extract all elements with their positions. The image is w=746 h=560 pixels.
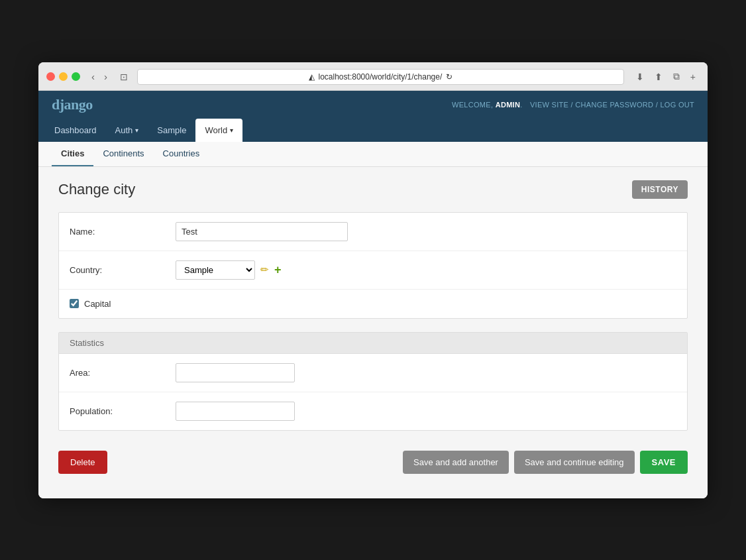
nav-item-world[interactable]: World ▾: [195, 119, 242, 142]
change-password-link[interactable]: CHANGE PASSWORD: [575, 101, 653, 109]
name-row: Name:: [59, 213, 687, 251]
django-logo: django: [52, 96, 93, 113]
country-row: Country: Sample Other ✏ +: [59, 251, 687, 290]
population-control: [176, 402, 676, 421]
city-form: Name: Country: Sample Other ✏ +: [58, 212, 688, 319]
browser-right-controls: ⬇ ⬆ ⧉ +: [632, 70, 700, 84]
sub-nav: Cities Continents Countries: [38, 142, 708, 167]
shield-icon: ◭: [309, 72, 315, 82]
save-button[interactable]: SAVE: [640, 451, 688, 474]
area-control: [176, 363, 676, 382]
population-row: Population:: [59, 392, 687, 430]
share-button[interactable]: ⬆: [651, 70, 666, 84]
close-button[interactable]: [46, 72, 55, 81]
admin-header: django WELCOME, ADMIN. VIEW SITE / CHANG…: [38, 91, 708, 119]
log-out-link[interactable]: LOG OUT: [660, 101, 694, 109]
view-button[interactable]: ⊡: [116, 70, 132, 84]
subnav-cities[interactable]: Cities: [52, 142, 93, 166]
content-area: Change city HISTORY Name: Country: Sampl…: [38, 167, 708, 498]
view-site-link[interactable]: VIEW SITE: [530, 101, 568, 109]
forward-button[interactable]: ›: [101, 70, 111, 84]
page-title: Change city: [58, 181, 135, 198]
maximize-button[interactable]: [72, 72, 80, 81]
form-actions: Delete Save and add another Save and con…: [58, 444, 688, 480]
area-row: Area:: [59, 354, 687, 392]
nav-item-dashboard[interactable]: Dashboard: [45, 119, 106, 142]
country-select-wrapper: Sample Other ✏ +: [176, 260, 676, 280]
url-bar[interactable]: ◭ localhost:8000/world/city/1/change/ ↻: [137, 69, 624, 85]
population-label: Population:: [70, 406, 176, 416]
back-button[interactable]: ‹: [88, 70, 98, 84]
save-add-another-button[interactable]: Save and add another: [403, 451, 509, 474]
main-nav: Dashboard Auth ▾ Sample World ▾: [38, 119, 708, 142]
download-button[interactable]: ⬇: [632, 70, 648, 84]
left-actions: Delete: [58, 451, 107, 474]
header-user-info: WELCOME, ADMIN. VIEW SITE / CHANGE PASSW…: [452, 101, 694, 109]
content-header: Change city HISTORY: [58, 180, 688, 199]
subnav-continents[interactable]: Continents: [93, 142, 153, 166]
world-dropdown-arrow: ▾: [230, 127, 233, 134]
population-input[interactable]: [176, 402, 295, 421]
browser-nav-buttons: ‹ ›: [88, 70, 111, 84]
country-label: Country:: [70, 265, 176, 275]
logo-text: django: [52, 96, 93, 113]
right-actions: Save and add another Save and continue e…: [403, 451, 688, 474]
subnav-countries[interactable]: Countries: [154, 142, 209, 166]
new-tab-button[interactable]: +: [686, 70, 700, 84]
area-label: Area:: [70, 368, 176, 378]
nav-item-sample[interactable]: Sample: [148, 119, 195, 142]
nav-item-auth[interactable]: Auth ▾: [106, 119, 148, 142]
minimize-button[interactable]: [59, 72, 68, 81]
history-button[interactable]: HISTORY: [632, 180, 688, 199]
edit-country-icon[interactable]: ✏: [260, 264, 269, 276]
country-select[interactable]: Sample Other: [176, 260, 255, 280]
traffic-lights: [46, 72, 80, 81]
statistics-header: Statistics: [59, 333, 687, 354]
name-input[interactable]: [176, 222, 348, 241]
add-country-icon[interactable]: +: [274, 264, 282, 276]
welcome-text: WELCOME,: [452, 101, 493, 109]
browser-window: ‹ › ⊡ ◭ localhost:8000/world/city/1/chan…: [38, 62, 708, 498]
tabs-button[interactable]: ⧉: [669, 70, 684, 84]
delete-button[interactable]: Delete: [58, 451, 107, 474]
statistics-section: Statistics Area: Population:: [58, 332, 688, 431]
area-input[interactable]: [176, 363, 295, 382]
url-text: localhost:8000/world/city/1/change/: [319, 72, 443, 82]
username: ADMIN: [496, 101, 521, 109]
reload-icon: ↻: [446, 72, 453, 82]
capital-checkbox[interactable]: [70, 299, 79, 308]
name-label: Name:: [70, 227, 176, 237]
save-continue-button[interactable]: Save and continue editing: [514, 451, 635, 474]
capital-label[interactable]: Capital: [84, 299, 111, 309]
capital-row: Capital: [59, 290, 687, 318]
auth-dropdown-arrow: ▾: [135, 127, 138, 134]
browser-chrome: ‹ › ⊡ ◭ localhost:8000/world/city/1/chan…: [38, 62, 708, 91]
name-control: [176, 222, 676, 241]
country-control: Sample Other ✏ +: [176, 260, 676, 280]
